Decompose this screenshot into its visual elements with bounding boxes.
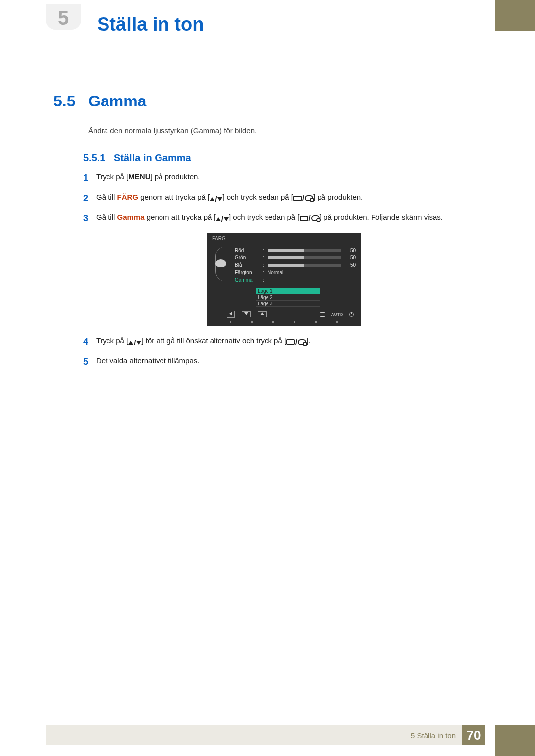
title-divider — [46, 45, 485, 45]
osd-row-green: Grön : 50 — [235, 254, 356, 261]
subsection-heading: 5.5.1Ställa in Gamma — [83, 152, 484, 164]
nav-auto-label: AUTO — [331, 312, 343, 317]
text: ] på produkten. Följande skärm visas. — [320, 213, 443, 221]
menu-label: MENU — [128, 172, 150, 181]
osd-label: Grön — [235, 255, 260, 260]
enter-source-icon: / — [300, 212, 320, 224]
section-intro: Ändra den normala ljusstyrkan (Gamma) fö… — [88, 126, 484, 135]
osd-label: Blå — [235, 262, 260, 268]
step-number: 5 — [83, 355, 96, 369]
osd-body: Röd : 50 Grön : 50 Blå : — [207, 244, 361, 288]
osd-option: Läge 2 — [256, 294, 320, 301]
osd-panel: FÄRG Röd : 50 Grön : — [207, 233, 361, 326]
osd-slider — [268, 249, 341, 252]
up-down-icon: / — [128, 337, 141, 349]
steps-list: 1 Tryck på [MENU] på produkten. 2 Gå til… — [83, 171, 484, 369]
nav-down-icon — [242, 311, 251, 317]
osd-row-tone: Färgton : Normal — [235, 269, 356, 276]
nav-power-icon — [349, 312, 354, 317]
up-down-icon: / — [210, 193, 222, 205]
main-content: 5.5Gamma Ändra den normala ljusstyrkan (… — [54, 92, 484, 375]
osd-gamma-options: Läge 1 Läge 2 Läge 3 — [256, 288, 320, 307]
palette-icon — [215, 259, 226, 267]
step-1: 1 Tryck på [MENU] på produkten. — [83, 171, 484, 185]
osd-button-dots — [207, 321, 361, 326]
enter-source-icon: / — [293, 192, 313, 204]
text: genom att trycka på [ — [138, 193, 210, 201]
step-number: 3 — [83, 211, 96, 226]
bottom-tab-decoration — [495, 725, 535, 756]
chapter-badge: 5 — [46, 4, 81, 30]
osd-slider — [268, 264, 341, 267]
step-number: 2 — [83, 191, 96, 205]
text: Tryck på [ — [96, 172, 128, 181]
osd-label-selected: Gamma — [235, 277, 260, 283]
footer-bar: 5 Ställa in ton 70 — [46, 725, 485, 745]
osd-label: Röd — [235, 248, 260, 253]
osd-slider — [268, 256, 341, 259]
text: Det valda alternativet tillämpas. — [96, 356, 199, 365]
osd-row-red: Röd : 50 — [235, 247, 356, 254]
text: Gå till — [96, 193, 117, 201]
osd-value: 50 — [344, 248, 356, 253]
text: Tryck på [ — [96, 336, 128, 345]
nav-back-icon — [227, 311, 235, 318]
page-number: 70 — [462, 725, 485, 745]
top-tab-decoration — [495, 0, 535, 31]
osd-value: 50 — [344, 262, 356, 268]
subsection-title: Ställa in Gamma — [114, 152, 191, 163]
footer-chapter-ref: 5 Ställa in ton — [411, 731, 462, 740]
osd-value: 50 — [344, 255, 356, 260]
section-title: Gamma — [88, 92, 146, 110]
step-body: Tryck på [/] för att gå till önskat alte… — [96, 335, 484, 349]
osd-value: Normal — [268, 270, 356, 275]
step-number: 4 — [83, 335, 96, 349]
osd-title: FÄRG — [207, 233, 361, 244]
step-body: Tryck på [MENU] på produkten. — [96, 171, 484, 183]
step-4: 4 Tryck på [/] för att gå till önskat al… — [83, 335, 484, 349]
step-5: 5 Det valda alternativet tillämpas. — [83, 355, 484, 369]
osd-row-gamma: Gamma : — [235, 276, 356, 284]
step-2: 2 Gå till FÄRG genom att trycka på [/] o… — [83, 191, 484, 205]
text: ] och tryck sedan på [ — [229, 213, 300, 221]
step-number: 1 — [83, 171, 96, 185]
osd-option: Läge 3 — [256, 301, 320, 307]
osd-option-selected: Läge 1 — [256, 288, 320, 294]
step-body: Gå till Gamma genom att trycka på [/] oc… — [96, 211, 484, 225]
section-number: 5.5 — [54, 92, 88, 110]
text: Gå till — [96, 213, 117, 221]
enter-source-icon: / — [286, 336, 306, 348]
subsection-number: 5.5.1 — [83, 152, 114, 164]
step-body: Det valda alternativet tillämpas. — [96, 355, 484, 367]
step-3: 3 Gå till Gamma genom att trycka på [/] … — [83, 211, 484, 226]
osd-nav-bar: AUTO — [207, 307, 361, 321]
page-title: Ställa in ton — [97, 14, 204, 35]
osd-row-blue: Blå : 50 — [235, 261, 356, 269]
gamma-label: Gamma — [117, 213, 145, 221]
text: ] för att gå till önskat alternativ och … — [141, 336, 286, 345]
up-down-icon: / — [216, 213, 229, 225]
farg-label: FÄRG — [117, 193, 139, 201]
section-heading: 5.5Gamma — [54, 92, 484, 110]
text: ] på produkten. — [313, 193, 363, 201]
osd-rows: Röd : 50 Grön : 50 Blå : — [235, 247, 356, 284]
nav-enter-icon — [320, 312, 325, 317]
osd-label: Färgton — [235, 270, 260, 275]
text: ] på produkten. — [150, 172, 200, 181]
osd-left-decoration — [212, 247, 230, 284]
text: ] och tryck sedan på [ — [222, 193, 293, 201]
nav-up-icon — [258, 311, 267, 317]
step-body: Gå till FÄRG genom att trycka på [/] och… — [96, 191, 484, 205]
text: genom att trycka på [ — [145, 213, 216, 221]
